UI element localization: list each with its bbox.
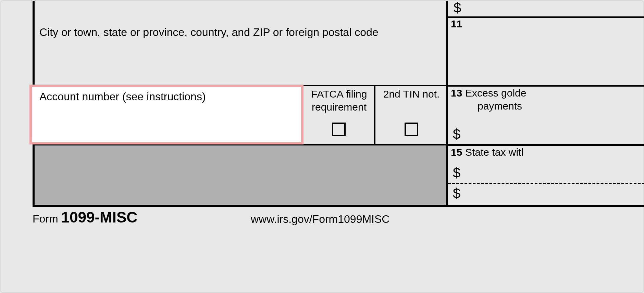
dollar-sign: $ (453, 186, 460, 201)
box-15-number: 15 (451, 146, 462, 158)
form-title: Form 1099-MISC (33, 209, 137, 226)
second-tin-notice-field: 2nd TIN not. (377, 86, 446, 144)
dollar-sign: $ (453, 165, 460, 180)
box-13-label-line1: Excess golde (465, 87, 526, 99)
box-13-number: 13 (451, 87, 462, 99)
box-15-label: State tax witl (465, 146, 523, 158)
box-11[interactable]: 11 (449, 18, 641, 85)
dashed-divider (448, 183, 644, 184)
form-url: www.irs.gov/Form1099MISC (251, 213, 389, 226)
second-tin-checkbox[interactable] (405, 123, 418, 136)
fatca-label-line1: FATCA filing (305, 88, 373, 100)
shaded-reserved-area (35, 145, 446, 205)
box-13-excess-golden-parachute[interactable]: 13 Excess golde payments $ (448, 87, 644, 144)
second-tin-label: 2nd TIN not. (377, 88, 446, 100)
fatca-filing-requirement-field: FATCA filing requirement (304, 86, 375, 144)
form-word: Form (33, 213, 61, 225)
account-number-label: Account number (see instructions) (39, 90, 206, 103)
bottom-border (33, 205, 644, 207)
form-1099-misc-fragment: $ City or town, state or province, count… (0, 0, 644, 293)
form-code: 1099-MISC (61, 209, 138, 226)
city-label: City or town, state or province, country… (39, 26, 379, 39)
dollar-sign: $ (454, 0, 461, 15)
fatca-label-line2: requirement (305, 101, 373, 113)
fatca-checkbox[interactable] (332, 123, 346, 136)
box-15-state-tax-withheld[interactable]: 15 State tax witl $ (448, 146, 644, 183)
account-number-field[interactable]: Account number (see instructions) (29, 85, 304, 144)
box-13-label-line2: payments (478, 100, 522, 112)
dollar-sign: $ (453, 126, 460, 142)
box-11-number: 11 (451, 18, 462, 30)
city-state-zip-field[interactable]: City or town, state or province, country… (35, 1, 446, 85)
